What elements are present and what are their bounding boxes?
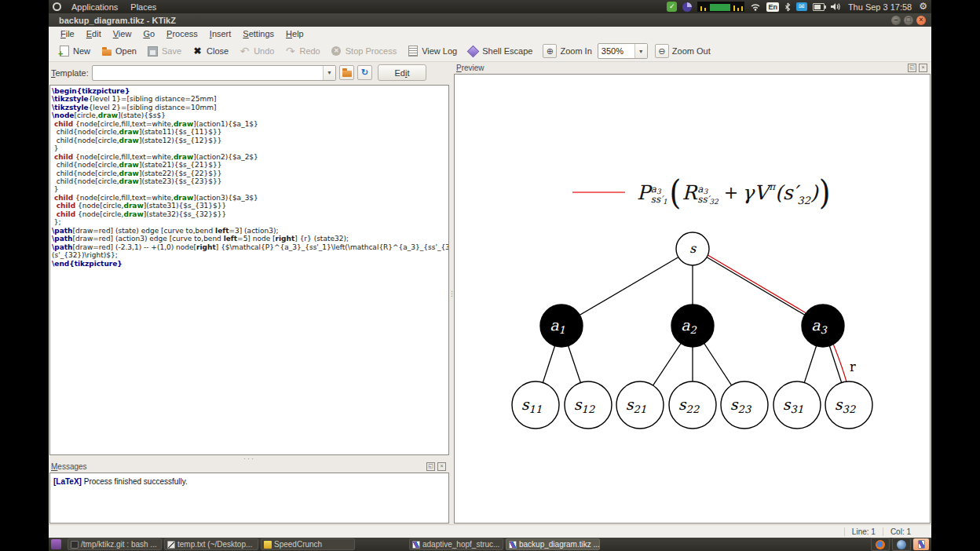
session-gear-icon[interactable]: ⚙ xyxy=(919,2,927,12)
preview-float-icon[interactable]: ◱ xyxy=(908,64,916,72)
template-edit-button[interactable]: Edit xyxy=(378,64,426,81)
wifi-icon[interactable] xyxy=(750,2,761,11)
show-desktop-icon[interactable] xyxy=(51,539,61,549)
taskbar-window-button[interactable]: /tmp/ktikz.git : bash ... xyxy=(68,538,162,550)
keyboard-layout-indicator[interactable]: En xyxy=(766,2,779,12)
code-line: child{node[circle,draw](state22){$s_{22}… xyxy=(52,170,448,177)
terminal-icon xyxy=(71,541,79,549)
template-combo-arrow-icon[interactable]: ▼ xyxy=(323,66,335,80)
ktikz-icon xyxy=(412,541,420,549)
menu-edit[interactable]: Edit xyxy=(81,27,108,40)
template-label: Template: xyxy=(51,68,89,78)
firefox-launcher-icon xyxy=(876,540,885,549)
ubuntu-logo-icon[interactable] xyxy=(53,2,61,11)
template-combo[interactable]: ▼ xyxy=(92,65,336,81)
clock[interactable]: Thu Sep 3 17:58 xyxy=(847,2,913,12)
menu-process[interactable]: Process xyxy=(161,27,204,40)
bluetooth-icon[interactable] xyxy=(784,2,791,12)
ktikz-notification-tile[interactable] xyxy=(913,538,929,550)
statusbar: Line: 1 Col: 1 xyxy=(49,524,931,538)
speedcrunch-icon xyxy=(264,541,272,549)
formula-plus: + xyxy=(724,183,738,203)
code-line: child{node[circle,draw](state21){$s_{21}… xyxy=(52,161,448,169)
message-text: Process finished successfully. xyxy=(82,477,188,486)
menu-insert[interactable]: Insert xyxy=(204,27,238,40)
code-line: child {node[circle,fill,text=white,draw]… xyxy=(52,194,448,202)
save-button[interactable]: Save xyxy=(144,44,187,58)
pie-indicator-icon[interactable] xyxy=(682,2,692,12)
zoom-in-icon: ⊕ xyxy=(543,44,557,58)
code-line: child {node[circle,draw](state32){$s_{32… xyxy=(52,210,448,218)
code-line: child{node[circle,draw](state11){$s_{11}… xyxy=(52,128,448,136)
system-tray: ✓ En ✉ Thu Sep 3 17:58 ⚙ xyxy=(667,2,931,12)
system-monitor-launcher[interactable] xyxy=(892,538,911,551)
messages-title: Messages xyxy=(51,462,87,471)
close-file-button[interactable]: ✖ Close xyxy=(188,44,234,58)
taskbar-window-button[interactable]: adaptive_hopf_struc... xyxy=(409,538,503,550)
status-col: Col: 1 xyxy=(890,527,911,536)
new-button[interactable]: + New xyxy=(55,44,96,58)
menu-view[interactable]: View xyxy=(108,27,138,40)
menu-settings[interactable]: Settings xyxy=(237,27,280,40)
window-buttons: – □ × xyxy=(891,16,931,25)
undo-button[interactable]: ↶ Undo xyxy=(236,44,280,58)
messages-float-icon[interactable]: ◱ xyxy=(426,462,435,471)
system-load-graph[interactable] xyxy=(697,2,744,12)
preview-column: Preview ◱ × sa1a2a3s11s12s21s22s23s31s32… xyxy=(454,62,931,524)
code-line: \path[draw=red] (action3) edge [curve to… xyxy=(52,235,448,243)
taskbar-window-button[interactable]: backup_diagram.tikz ... xyxy=(506,538,600,550)
zoom-level-combo[interactable]: 350% ▼ xyxy=(598,43,648,59)
formula-P: P xyxy=(637,181,650,204)
taskbar-window-button[interactable]: temp.txt (~/Desktop... xyxy=(164,538,258,550)
redo-button[interactable]: ↷ Redo xyxy=(281,44,325,58)
open-button[interactable]: Open xyxy=(97,44,142,58)
formula-red-line xyxy=(572,192,625,193)
panel-menus: Applications Places xyxy=(49,2,159,13)
places-menu[interactable]: Places xyxy=(128,2,159,13)
taskbar-window-button[interactable]: SpeedCrunch xyxy=(261,538,355,550)
formula-close-paren: ) xyxy=(819,176,831,210)
horizontal-splitter[interactable]: ··· xyxy=(49,455,450,461)
code-line: \node[circle,draw](state){$s$} xyxy=(52,111,448,119)
menu-go[interactable]: Go xyxy=(137,27,161,40)
shell-escape-button[interactable]: Shell Escape xyxy=(464,44,538,58)
zoom-out-button[interactable]: ⊖ Zoom Out xyxy=(652,42,716,60)
formula-open-paren: ( xyxy=(670,176,682,210)
messages-close-icon[interactable]: × xyxy=(437,462,446,471)
menu-file[interactable]: File xyxy=(55,27,81,40)
template-reload-button[interactable]: ↻ xyxy=(357,65,372,80)
taskbar-window-label: temp.txt (~/Desktop... xyxy=(177,540,252,549)
battery-icon[interactable] xyxy=(813,3,825,11)
firefox-launcher[interactable] xyxy=(871,538,890,551)
code-editor[interactable]: \begin{tikzpicture}\tikzstyle{level 1}=[… xyxy=(49,85,449,455)
menu-help[interactable]: Help xyxy=(280,27,310,40)
close-button[interactable]: × xyxy=(916,16,926,25)
desktop: Applications Places ✓ En ✉ xyxy=(49,0,931,551)
code-line: \tikzstyle{level 2}=[sibling distance=10… xyxy=(52,104,448,111)
minimize-button[interactable]: – xyxy=(891,16,901,25)
svg-text:r: r xyxy=(850,359,856,374)
ktikz-icon xyxy=(509,541,517,549)
status-line: Line: 1 xyxy=(852,527,876,536)
editor-column: Template: ▼ ↻ Edit \begin{tikzpicture}\t… xyxy=(49,62,450,524)
zoom-level-value: 350% xyxy=(598,46,634,56)
applications-menu[interactable]: Applications xyxy=(69,2,120,13)
messages-content: [LaTeX] Process finished successfully. xyxy=(49,473,449,524)
zoom-combo-arrow-icon[interactable]: ▼ xyxy=(634,44,647,58)
code-line: \path[draw=red] (-2.3,1) -- +(1,0) node[… xyxy=(52,243,448,251)
maximize-button[interactable]: □ xyxy=(904,16,913,25)
code-line: } xyxy=(52,144,448,152)
window-titlebar[interactable]: backup_diagram.tikz - KTikZ – □ × xyxy=(49,13,931,27)
volume-icon[interactable] xyxy=(830,2,841,11)
formula-R: R xyxy=(682,181,697,204)
menubar: FileEditViewGoProcessInsertSettingsHelp xyxy=(49,27,931,41)
open-icon xyxy=(101,46,112,57)
updates-ok-icon[interactable]: ✓ xyxy=(667,2,677,12)
mail-icon[interactable]: ✉ xyxy=(796,2,807,11)
redo-icon: ↷ xyxy=(284,46,296,57)
stop-process-button[interactable]: ✕ Stop Process xyxy=(327,44,402,58)
zoom-in-button[interactable]: ⊕ Zoom In xyxy=(539,42,593,60)
view-log-button[interactable]: View Log xyxy=(404,44,463,58)
preview-close-icon[interactable]: × xyxy=(919,64,927,72)
template-open-button[interactable] xyxy=(339,65,354,80)
